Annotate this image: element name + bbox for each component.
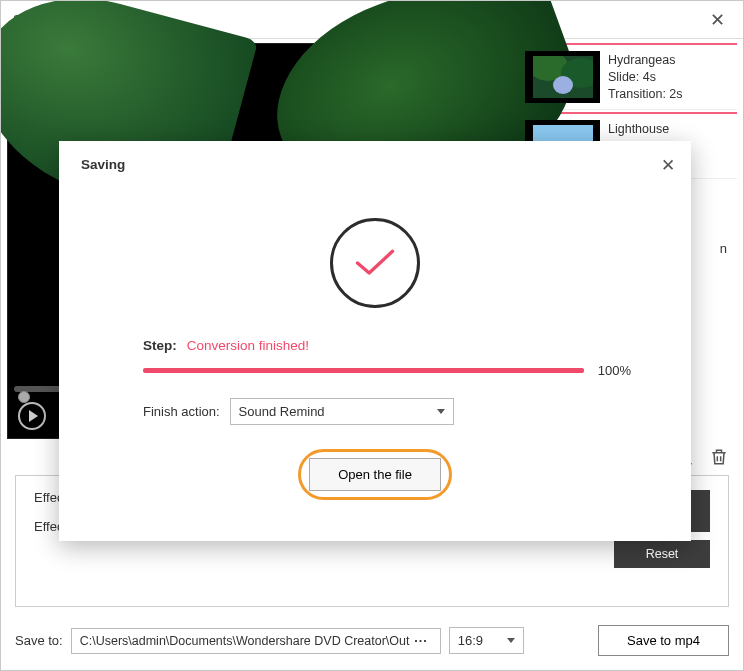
slide-meta: Hydrangeas Slide: 4s Transition: 2s xyxy=(608,51,683,103)
finish-action-label: Finish action: xyxy=(143,404,220,419)
check-icon xyxy=(352,248,398,278)
progress-bar xyxy=(143,368,584,373)
chevron-down-icon xyxy=(437,409,445,414)
window-close-button[interactable]: ✕ xyxy=(704,7,731,33)
success-check-circle xyxy=(330,218,420,308)
modal-close-button[interactable]: ✕ xyxy=(661,155,675,176)
step-label: Step: xyxy=(143,338,177,353)
aspect-ratio-select[interactable]: 16:9 xyxy=(449,627,524,654)
play-button[interactable] xyxy=(18,402,46,430)
save-to-label: Save to: xyxy=(15,633,63,648)
output-path-box[interactable]: C:\Users\admin\Documents\Wondershare DVD… xyxy=(71,628,441,654)
saving-modal: Saving ✕ Step: Conversion finished! 100%… xyxy=(59,141,691,541)
modal-title: Saving xyxy=(81,157,669,172)
output-path-text: C:\Users\admin\Documents\Wondershare DVD… xyxy=(80,634,411,648)
slide-name: Lighthouse xyxy=(608,122,669,136)
slide-transition: Transition: 2s xyxy=(608,87,683,101)
browse-path-button[interactable]: ··· xyxy=(410,634,431,648)
open-file-highlight: Open the file xyxy=(298,449,452,500)
step-message: Conversion finished! xyxy=(187,338,309,353)
finish-action-select[interactable]: Sound Remind xyxy=(230,398,454,425)
preview-progress-handle[interactable] xyxy=(18,391,30,403)
slide-item[interactable]: Hydrangeas Slide: 4s Transition: 2s xyxy=(521,43,737,110)
finish-action-row: Finish action: Sound Remind xyxy=(143,398,669,425)
save-to-mp4-button[interactable]: Save to mp4 xyxy=(598,625,729,656)
open-file-wrap: Open the file xyxy=(81,449,669,500)
aspect-ratio-value: 16:9 xyxy=(458,633,483,648)
trash-icon[interactable] xyxy=(709,447,729,467)
progress-percent: 100% xyxy=(598,363,631,378)
bottom-bar: Save to: C:\Users\admin\Documents\Wonder… xyxy=(1,615,743,670)
open-the-file-button[interactable]: Open the file xyxy=(309,458,441,491)
slide-thumbnail xyxy=(525,51,600,103)
progress-row: 100% xyxy=(143,363,631,378)
slide-duration: Slide: 4s xyxy=(608,70,683,84)
finish-action-value: Sound Remind xyxy=(239,404,325,419)
reset-button[interactable]: Reset xyxy=(614,540,710,568)
chevron-down-icon xyxy=(507,638,515,643)
slide-name: Hydrangeas xyxy=(608,53,683,67)
partial-hidden-text: n xyxy=(720,241,727,256)
step-row: Step: Conversion finished! xyxy=(143,338,607,353)
play-icon xyxy=(29,410,38,422)
